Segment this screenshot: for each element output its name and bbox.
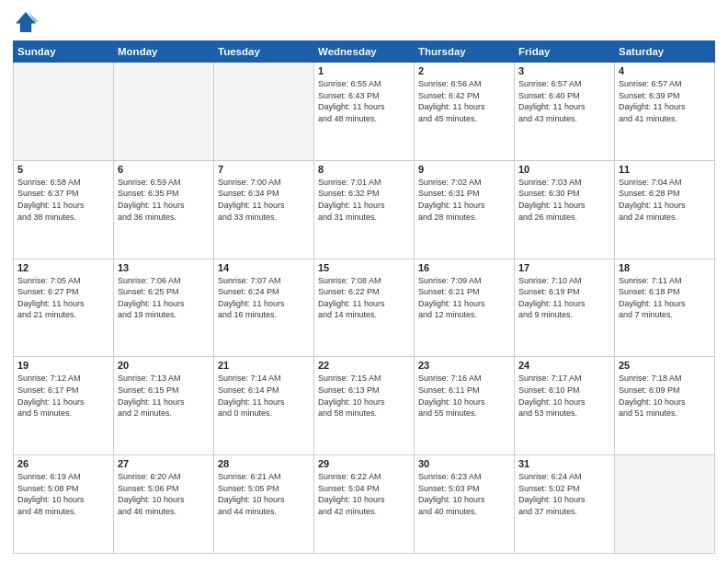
day-cell: 30Sunrise: 6:23 AM Sunset: 5:03 PM Dayli…	[415, 455, 515, 554]
day-cell: 16Sunrise: 7:09 AM Sunset: 6:21 PM Dayli…	[415, 259, 515, 357]
day-info: Sunrise: 6:58 AM Sunset: 6:37 PM Dayligh…	[17, 177, 109, 223]
day-cell: 3Sunrise: 6:57 AM Sunset: 6:40 PM Daylig…	[515, 63, 615, 161]
col-header-tuesday: Tuesday	[214, 41, 314, 63]
day-cell: 19Sunrise: 7:12 AM Sunset: 6:17 PM Dayli…	[14, 357, 114, 455]
day-cell: 18Sunrise: 7:11 AM Sunset: 6:18 PM Dayli…	[615, 259, 715, 357]
day-info: Sunrise: 7:16 AM Sunset: 6:11 PM Dayligh…	[418, 373, 510, 419]
day-info: Sunrise: 7:01 AM Sunset: 6:32 PM Dayligh…	[318, 177, 410, 223]
day-number: 11	[619, 164, 711, 175]
day-cell: 23Sunrise: 7:16 AM Sunset: 6:11 PM Dayli…	[415, 357, 515, 455]
day-info: Sunrise: 6:57 AM Sunset: 6:40 PM Dayligh…	[518, 78, 610, 124]
day-number: 31	[518, 458, 610, 469]
day-cell: 29Sunrise: 6:22 AM Sunset: 5:04 PM Dayli…	[314, 455, 415, 554]
col-header-wednesday: Wednesday	[314, 41, 415, 63]
day-number: 28	[218, 458, 310, 469]
day-number: 16	[418, 262, 510, 273]
day-cell: 10Sunrise: 7:03 AM Sunset: 6:30 PM Dayli…	[515, 160, 615, 259]
day-info: Sunrise: 6:22 AM Sunset: 5:04 PM Dayligh…	[318, 471, 410, 517]
day-cell	[114, 63, 214, 161]
day-number: 3	[518, 65, 610, 76]
day-info: Sunrise: 7:13 AM Sunset: 6:15 PM Dayligh…	[118, 373, 210, 419]
day-cell: 11Sunrise: 7:04 AM Sunset: 6:28 PM Dayli…	[615, 160, 715, 259]
day-number: 14	[218, 262, 310, 273]
day-number: 21	[218, 360, 310, 371]
day-cell: 20Sunrise: 7:13 AM Sunset: 6:15 PM Dayli…	[114, 357, 214, 455]
day-info: Sunrise: 6:55 AM Sunset: 6:43 PM Dayligh…	[318, 78, 410, 124]
day-cell: 8Sunrise: 7:01 AM Sunset: 6:32 PM Daylig…	[314, 160, 415, 259]
day-info: Sunrise: 7:12 AM Sunset: 6:17 PM Dayligh…	[17, 373, 109, 419]
day-info: Sunrise: 7:07 AM Sunset: 6:24 PM Dayligh…	[218, 275, 310, 321]
day-info: Sunrise: 6:56 AM Sunset: 6:42 PM Dayligh…	[418, 78, 510, 124]
header-row: SundayMondayTuesdayWednesdayThursdayFrid…	[14, 41, 715, 63]
day-cell: 14Sunrise: 7:07 AM Sunset: 6:24 PM Dayli…	[214, 259, 314, 357]
col-header-sunday: Sunday	[14, 41, 114, 63]
day-cell: 9Sunrise: 7:02 AM Sunset: 6:31 PM Daylig…	[415, 160, 515, 259]
col-header-monday: Monday	[114, 41, 214, 63]
day-number: 26	[17, 458, 109, 469]
day-info: Sunrise: 6:23 AM Sunset: 5:03 PM Dayligh…	[418, 471, 510, 517]
day-cell: 22Sunrise: 7:15 AM Sunset: 6:13 PM Dayli…	[314, 357, 415, 455]
day-cell: 6Sunrise: 6:59 AM Sunset: 6:35 PM Daylig…	[114, 160, 214, 259]
day-info: Sunrise: 6:24 AM Sunset: 5:02 PM Dayligh…	[518, 471, 610, 517]
header	[13, 9, 715, 35]
day-info: Sunrise: 6:57 AM Sunset: 6:39 PM Dayligh…	[619, 78, 711, 124]
day-cell	[214, 63, 314, 161]
day-number: 9	[418, 164, 510, 175]
day-number: 4	[619, 65, 711, 76]
day-number: 18	[619, 262, 711, 273]
day-info: Sunrise: 7:06 AM Sunset: 6:25 PM Dayligh…	[118, 275, 210, 321]
col-header-saturday: Saturday	[615, 41, 715, 63]
day-info: Sunrise: 7:18 AM Sunset: 6:09 PM Dayligh…	[619, 373, 711, 419]
week-row-3: 12Sunrise: 7:05 AM Sunset: 6:27 PM Dayli…	[14, 259, 715, 357]
day-cell	[14, 63, 114, 161]
week-row-5: 26Sunrise: 6:19 AM Sunset: 5:08 PM Dayli…	[14, 455, 715, 554]
day-cell: 7Sunrise: 7:00 AM Sunset: 6:34 PM Daylig…	[214, 160, 314, 259]
day-info: Sunrise: 6:21 AM Sunset: 5:05 PM Dayligh…	[218, 471, 310, 517]
day-number: 19	[17, 360, 109, 371]
day-cell: 26Sunrise: 6:19 AM Sunset: 5:08 PM Dayli…	[14, 455, 114, 554]
day-number: 25	[619, 360, 711, 371]
calendar: SundayMondayTuesdayWednesdayThursdayFrid…	[13, 40, 715, 554]
week-row-4: 19Sunrise: 7:12 AM Sunset: 6:17 PM Dayli…	[14, 357, 715, 455]
week-row-1: 1Sunrise: 6:55 AM Sunset: 6:43 PM Daylig…	[14, 63, 715, 161]
day-info: Sunrise: 7:11 AM Sunset: 6:18 PM Dayligh…	[619, 275, 711, 321]
day-number: 29	[318, 458, 410, 469]
day-cell: 15Sunrise: 7:08 AM Sunset: 6:22 PM Dayli…	[314, 259, 415, 357]
day-number: 13	[118, 262, 210, 273]
day-number: 2	[418, 65, 510, 76]
day-cell: 5Sunrise: 6:58 AM Sunset: 6:37 PM Daylig…	[14, 160, 114, 259]
day-cell: 28Sunrise: 6:21 AM Sunset: 5:05 PM Dayli…	[214, 455, 314, 554]
day-number: 1	[318, 65, 410, 76]
day-number: 17	[518, 262, 610, 273]
logo	[13, 9, 42, 35]
day-number: 30	[418, 458, 510, 469]
day-info: Sunrise: 7:03 AM Sunset: 6:30 PM Dayligh…	[518, 177, 610, 223]
day-cell: 13Sunrise: 7:06 AM Sunset: 6:25 PM Dayli…	[114, 259, 214, 357]
day-info: Sunrise: 6:19 AM Sunset: 5:08 PM Dayligh…	[17, 471, 109, 517]
day-cell: 12Sunrise: 7:05 AM Sunset: 6:27 PM Dayli…	[14, 259, 114, 357]
day-info: Sunrise: 7:02 AM Sunset: 6:31 PM Dayligh…	[418, 177, 510, 223]
day-info: Sunrise: 7:10 AM Sunset: 6:19 PM Dayligh…	[518, 275, 610, 321]
col-header-thursday: Thursday	[415, 41, 515, 63]
col-header-friday: Friday	[515, 41, 615, 63]
day-number: 6	[118, 164, 210, 175]
day-number: 15	[318, 262, 410, 273]
day-number: 5	[17, 164, 109, 175]
day-info: Sunrise: 7:08 AM Sunset: 6:22 PM Dayligh…	[318, 275, 410, 321]
day-info: Sunrise: 7:00 AM Sunset: 6:34 PM Dayligh…	[218, 177, 310, 223]
day-number: 27	[118, 458, 210, 469]
day-number: 23	[418, 360, 510, 371]
day-info: Sunrise: 7:15 AM Sunset: 6:13 PM Dayligh…	[318, 373, 410, 419]
day-number: 24	[518, 360, 610, 371]
day-info: Sunrise: 7:09 AM Sunset: 6:21 PM Dayligh…	[418, 275, 510, 321]
day-cell: 4Sunrise: 6:57 AM Sunset: 6:39 PM Daylig…	[615, 63, 715, 161]
week-row-2: 5Sunrise: 6:58 AM Sunset: 6:37 PM Daylig…	[14, 160, 715, 259]
day-cell: 25Sunrise: 7:18 AM Sunset: 6:09 PM Dayli…	[615, 357, 715, 455]
day-info: Sunrise: 6:20 AM Sunset: 5:06 PM Dayligh…	[118, 471, 210, 517]
day-info: Sunrise: 7:17 AM Sunset: 6:10 PM Dayligh…	[518, 373, 610, 419]
day-number: 12	[17, 262, 109, 273]
logo-icon	[13, 9, 39, 35]
day-cell: 1Sunrise: 6:55 AM Sunset: 6:43 PM Daylig…	[314, 63, 415, 161]
day-cell: 24Sunrise: 7:17 AM Sunset: 6:10 PM Dayli…	[515, 357, 615, 455]
day-number: 10	[518, 164, 610, 175]
